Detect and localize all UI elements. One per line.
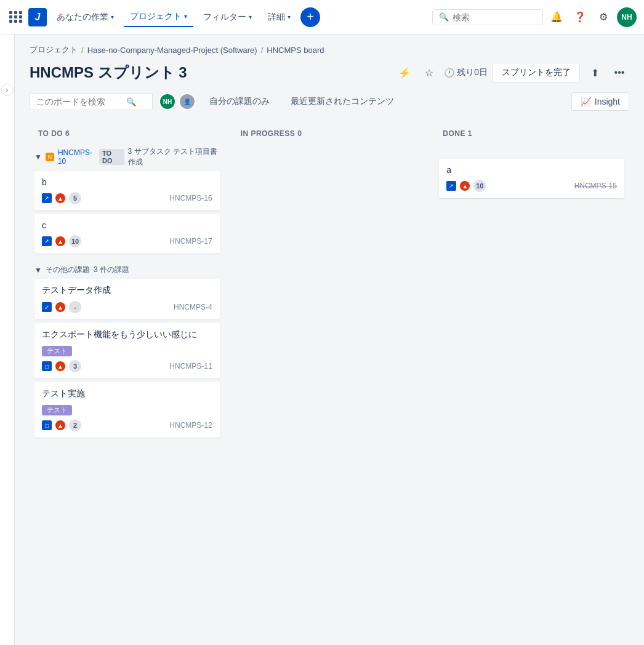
epic-status-badge: TO DO bbox=[99, 149, 124, 165]
search-icon: 🔍 bbox=[126, 97, 136, 106]
epic-group-label[interactable]: ▼ N HNCMPS-10 TO DO 3 サブタスク テスト項目書作成 bbox=[34, 144, 220, 171]
other-group-count: 3 件の課題 bbox=[94, 265, 129, 275]
issue-type-icon: ↗ bbox=[446, 181, 456, 191]
priority-icon: ▲ bbox=[55, 361, 65, 371]
all-users-avatar[interactable]: 👤 bbox=[179, 93, 196, 110]
board-search[interactable]: 🔍 bbox=[30, 93, 153, 110]
other-issues-group: ▼ その他の課題 3 件の課題 テストデータ作成 ✓ ▲ - HNCMPS-4 bbox=[30, 262, 225, 446]
card-hncmps-11[interactable]: エクスポート機能をもう少しいい感じに テスト □ ▲ 3 HNCMPS-11 bbox=[34, 323, 220, 379]
breadcrumb: プロジェクト / Hase-no-Company-Managed-Project… bbox=[30, 44, 629, 55]
nav-projects[interactable]: プロジェクト ▾ bbox=[124, 7, 193, 27]
logo[interactable]: J bbox=[28, 8, 47, 26]
user-avatar[interactable]: NH bbox=[617, 7, 637, 27]
days-remaining: 🕐 残り0日 bbox=[444, 67, 488, 78]
card-footer: ↗ ▲ 10 HNCMPS-17 bbox=[42, 235, 212, 247]
epic-type-icon: N bbox=[46, 153, 54, 161]
card-footer: □ ▲ 3 HNCMPS-11 bbox=[42, 360, 212, 372]
card-title: テスト実施 bbox=[42, 388, 212, 399]
story-points-badge: 2 bbox=[69, 419, 81, 431]
story-points-badge: 3 bbox=[69, 360, 81, 372]
done-epic-group: a ↗ ▲ 10 HNCMPS-15 bbox=[434, 144, 629, 207]
card-hncmps-4[interactable]: テストデータ作成 ✓ ▲ - HNCMPS-4 bbox=[34, 279, 220, 319]
issue-type-icon: □ bbox=[42, 420, 52, 430]
epic-link[interactable]: HNCMPS-10 bbox=[58, 148, 95, 166]
apps-button[interactable] bbox=[7, 9, 25, 26]
notifications-button[interactable]: 🔔 bbox=[547, 7, 566, 27]
issue-type-icon: ↗ bbox=[42, 193, 52, 203]
recent-content-filter[interactable]: 最近更新されたコンテンツ bbox=[283, 93, 401, 110]
card-footer: □ ▲ 2 HNCMPS-12 bbox=[42, 419, 212, 431]
card-hncmps-17[interactable]: c ↗ ▲ 10 HNCMPS-17 bbox=[34, 214, 220, 254]
chart-icon: 📈 bbox=[581, 97, 591, 106]
share-icon-button[interactable]: ⬆ bbox=[585, 63, 605, 82]
board-search-input[interactable] bbox=[36, 97, 123, 106]
insight-button[interactable]: 📈 Insight bbox=[571, 92, 629, 111]
create-button[interactable]: + bbox=[300, 7, 320, 27]
avatar-group: NH 👤 bbox=[159, 93, 196, 110]
collapse-sidebar-button[interactable]: › bbox=[1, 84, 14, 96]
page-header-actions: ⚡ ☆ 🕐 残り0日 スプリントを完了 ⬆ ••• bbox=[395, 63, 629, 82]
card-footer: ↗ ▲ 10 HNCMPS-15 bbox=[446, 180, 617, 192]
card-hncmps-16[interactable]: b ↗ ▲ 5 HNCMPS-16 bbox=[34, 171, 220, 210]
priority-icon: ▲ bbox=[55, 420, 65, 430]
sidebar-toggle: › bbox=[0, 34, 15, 645]
page-header: HNCMPS スプリント 3 ⚡ ☆ 🕐 残り0日 スプリントを完了 ⬆ ••• bbox=[30, 63, 629, 82]
chevron-down-icon: ▾ bbox=[111, 14, 114, 20]
card-title: テストデータ作成 bbox=[42, 285, 212, 296]
epic-group: ▼ N HNCMPS-10 TO DO 3 サブタスク テスト項目書作成 b ↗… bbox=[30, 144, 225, 262]
priority-icon: ▲ bbox=[55, 236, 65, 246]
card-id: HNCMPS-15 bbox=[574, 182, 617, 190]
card-title: a bbox=[446, 165, 617, 175]
other-group-title: その他の課題 bbox=[46, 265, 90, 275]
inprogress-column-header: IN PROGRESS 0 bbox=[232, 123, 427, 144]
user-avatar-filter[interactable]: NH bbox=[159, 93, 176, 110]
todo-column: TO DO 6 ▼ N HNCMPS-10 TO DO 3 サブタスク テスト項… bbox=[30, 123, 225, 446]
page-title: HNCMPS スプリント 3 bbox=[30, 63, 187, 82]
done-column-header: DONE 1 bbox=[434, 123, 629, 144]
card-title: エクスポート機能をもう少しいい感じに bbox=[42, 329, 212, 340]
breadcrumb-board[interactable]: HNCMPS board bbox=[267, 46, 324, 55]
other-group-label[interactable]: ▼ その他の課題 3 件の課題 bbox=[34, 262, 220, 279]
subtask-text: 3 サブタスク テスト項目書作成 bbox=[128, 146, 220, 167]
card-footer: ✓ ▲ - HNCMPS-4 bbox=[42, 301, 212, 313]
card-id: HNCMPS-11 bbox=[169, 362, 212, 371]
story-points-badge: 10 bbox=[473, 180, 486, 192]
issue-type-icon: ✓ bbox=[42, 302, 52, 312]
card-title: b bbox=[42, 177, 212, 187]
nav-details[interactable]: 詳細 ▾ bbox=[262, 8, 297, 26]
priority-icon: ▲ bbox=[55, 193, 65, 203]
collapse-arrow-icon: ▼ bbox=[34, 153, 42, 161]
breadcrumb-project-name[interactable]: Hase-no-Company-Managed-Project (Softwar… bbox=[87, 46, 257, 55]
sprint-complete-button[interactable]: スプリントを完了 bbox=[493, 63, 580, 82]
global-search[interactable]: 🔍 bbox=[432, 9, 543, 25]
lightning-icon-button[interactable]: ⚡ bbox=[395, 63, 414, 82]
card-footer: ↗ ▲ 5 HNCMPS-16 bbox=[42, 192, 212, 204]
collapse-arrow-icon: ▼ bbox=[34, 266, 42, 274]
todo-column-header: TO DO 6 bbox=[30, 123, 225, 144]
card-hncmps-12[interactable]: テスト実施 テスト □ ▲ 2 HNCMPS-12 bbox=[34, 382, 220, 438]
inprogress-column: IN PROGRESS 0 bbox=[232, 123, 427, 329]
clock-icon: 🕐 bbox=[444, 68, 454, 78]
done-column: DONE 1 a ↗ ▲ 10 HNCMPS-15 bbox=[434, 123, 629, 246]
help-button[interactable]: ❓ bbox=[570, 7, 590, 27]
toolbar: 🔍 NH 👤 自分の課題のみ 最近更新されたコンテンツ 📈 Insight bbox=[30, 92, 629, 111]
nav-filters[interactable]: フィルター ▾ bbox=[197, 8, 258, 26]
issue-type-icon: ↗ bbox=[42, 236, 52, 246]
search-input[interactable] bbox=[453, 12, 526, 22]
my-issues-filter[interactable]: 自分の課題のみ bbox=[202, 93, 277, 110]
card-hncmps-15[interactable]: a ↗ ▲ 10 HNCMPS-15 bbox=[439, 159, 624, 198]
nav-my-work[interactable]: あなたの作業 ▾ bbox=[50, 8, 120, 26]
breadcrumb-projects[interactable]: プロジェクト bbox=[30, 44, 78, 55]
top-navigation: J あなたの作業 ▾ プロジェクト ▾ フィルター ▾ 詳細 ▾ + 🔍 🔔 ❓… bbox=[0, 0, 644, 34]
story-points-badge: 5 bbox=[69, 192, 81, 204]
tag-badge: テスト bbox=[42, 405, 72, 415]
more-options-button[interactable]: ••• bbox=[610, 63, 629, 82]
settings-button[interactable]: ⚙ bbox=[594, 7, 613, 27]
issue-type-icon: □ bbox=[42, 361, 52, 371]
search-icon: 🔍 bbox=[439, 12, 449, 22]
card-id: HNCMPS-17 bbox=[169, 237, 212, 246]
card-title: c bbox=[42, 220, 212, 230]
story-points-badge: - bbox=[69, 301, 81, 313]
chevron-down-icon: ▾ bbox=[249, 14, 252, 20]
star-icon-button[interactable]: ☆ bbox=[419, 63, 439, 82]
